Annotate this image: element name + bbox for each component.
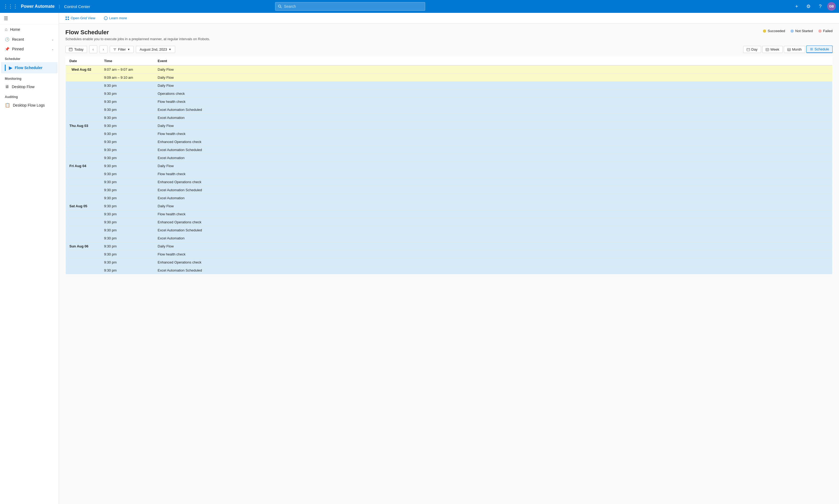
table-row[interactable]: 9:30 pmFlow health check — [66, 210, 833, 218]
event-cell: Daily Flow — [154, 122, 833, 130]
time-cell: 9:30 pm — [101, 194, 154, 202]
date-cell — [66, 267, 101, 274]
nav-actions: + ⚙ ? GB — [792, 2, 836, 11]
event-cell: Daily Flow — [154, 74, 833, 82]
auditing-section-label: Auditing — [0, 92, 59, 100]
prev-button[interactable]: ‹ — [89, 45, 97, 53]
calendar-view-buttons: Day Week Month Schedule — [743, 46, 833, 53]
date-chevron-down-icon: ▼ — [168, 48, 171, 51]
svg-rect-15 — [747, 48, 750, 51]
table-row[interactable]: Thu Aug 039:30 pmDaily Flow — [66, 122, 833, 130]
sidebar-item-desktop-flow[interactable]: 🖥 Desktop Flow — [1, 82, 58, 92]
date-cell — [66, 98, 101, 106]
today-button[interactable]: Today — [65, 46, 87, 53]
date-cell — [66, 210, 101, 218]
table-row[interactable]: 9:30 pmExcel Automation Scheduled — [66, 146, 833, 154]
svg-text:i: i — [106, 17, 106, 20]
succeeded-dot — [763, 30, 766, 33]
recent-icon: 🕐 — [5, 37, 10, 41]
time-cell: 9:30 pm — [101, 106, 154, 114]
svg-rect-2 — [66, 16, 67, 17]
date-cell — [66, 218, 101, 226]
date-cell — [66, 114, 101, 122]
app-title: Control Center — [64, 4, 90, 9]
table-row[interactable]: 9:09 am – 9:10 amDaily Flow — [66, 74, 833, 82]
filter-button[interactable]: Filter ▼ — [110, 46, 134, 53]
date-cell — [66, 186, 101, 194]
time-cell: 9:30 pm — [101, 162, 154, 170]
table-row[interactable]: 9:30 pmEnhanced Operations check — [66, 258, 833, 267]
table-row[interactable]: 9:30 pmEnhanced Operations check — [66, 218, 833, 226]
sidebar-item-home[interactable]: ⌂ Home — [1, 25, 58, 34]
monitoring-section-label: Monitoring — [0, 74, 59, 82]
date-cell: Wed Aug 02 — [66, 65, 101, 74]
table-row[interactable]: 9:30 pmExcel Automation — [66, 194, 833, 202]
table-row[interactable]: 9:30 pmOperations check — [66, 90, 833, 98]
table-row[interactable]: 9:30 pmExcel Automation Scheduled — [66, 186, 833, 194]
grid-icon[interactable]: ⋮⋮⋮ — [3, 3, 18, 10]
help-button[interactable]: ? — [816, 2, 825, 11]
search-input[interactable] — [284, 4, 422, 8]
table-row[interactable]: 9:30 pmExcel Automation Scheduled — [66, 267, 833, 274]
table-row[interactable]: Wed Aug 029:07 am – 9:07 amDaily Flow — [66, 65, 833, 74]
table-row[interactable]: 9:30 pmEnhanced Operations check — [66, 138, 833, 146]
scheduler-section-label: Scheduler — [0, 54, 59, 62]
sidebar-item-recent[interactable]: 🕐 Recent ⌄ — [1, 35, 58, 44]
date-cell — [66, 146, 101, 154]
schedule-view-button[interactable]: Schedule — [806, 46, 833, 53]
table-row[interactable]: 9:30 pmExcel Automation Scheduled — [66, 106, 833, 114]
table-row[interactable]: 9:30 pmExcel Automation — [66, 114, 833, 122]
desktop-flow-icon: 🖥 — [5, 84, 9, 89]
table-row[interactable]: Sat Aug 059:30 pmDaily Flow — [66, 202, 833, 210]
time-cell: 9:30 pm — [101, 210, 154, 218]
week-view-icon — [766, 48, 769, 51]
time-cell: 9:30 pm — [101, 98, 154, 106]
table-row[interactable]: 9:30 pmDaily Flow — [66, 82, 833, 90]
add-button[interactable]: + — [792, 2, 802, 11]
table-row[interactable]: Fri Aug 049:30 pmDaily Flow — [66, 162, 833, 170]
table-row[interactable]: 9:30 pmFlow health check — [66, 170, 833, 178]
date-selector-button[interactable]: August 2nd, 2023 ▼ — [136, 46, 176, 53]
time-cell: 9:09 am – 9:10 am — [101, 74, 154, 82]
next-button[interactable]: › — [100, 45, 107, 53]
table-row[interactable]: 9:30 pmFlow health check — [66, 250, 833, 258]
time-cell: 9:30 pm — [101, 82, 154, 90]
table-row[interactable]: 9:30 pmExcel Automation — [66, 234, 833, 242]
settings-button[interactable]: ⚙ — [804, 2, 813, 11]
time-cell: 9:30 pm — [101, 170, 154, 178]
time-cell: 9:30 pm — [101, 186, 154, 194]
info-icon: i — [104, 16, 108, 20]
pin-icon: 📌 — [5, 47, 10, 51]
date-cell — [66, 106, 101, 114]
day-view-button[interactable]: Day — [743, 46, 761, 53]
event-cell: Flow health check — [154, 130, 833, 138]
sidebar-item-flow-scheduler[interactable]: ▶ Flow Scheduler — [1, 62, 58, 73]
brand-name: Power Automate — [21, 4, 55, 9]
date-cell — [66, 258, 101, 267]
sidebar-collapse-button[interactable]: ☰ — [0, 13, 59, 24]
svg-rect-4 — [66, 18, 67, 20]
search-bar[interactable] — [275, 2, 425, 11]
table-row[interactable]: Sun Aug 069:30 pmDaily Flow — [66, 242, 833, 250]
not-started-dot — [790, 30, 794, 33]
sidebar-item-pinned[interactable]: 📌 Pinned ⌄ — [1, 44, 58, 54]
main-layout: ☰ ⌂ Home 🕐 Recent ⌄ 📌 Pinned ⌄ Scheduler… — [0, 13, 839, 504]
time-cell: 9:30 pm — [101, 138, 154, 146]
time-cell: 9:30 pm — [101, 146, 154, 154]
table-row[interactable]: 9:30 pmExcel Automation Scheduled — [66, 226, 833, 234]
table-row[interactable]: 9:30 pmEnhanced Operations check — [66, 178, 833, 186]
open-grid-view-button[interactable]: Open Grid View — [63, 15, 97, 21]
month-view-button[interactable]: Month — [784, 46, 805, 53]
table-row[interactable]: 9:30 pmExcel Automation — [66, 154, 833, 162]
avatar[interactable]: GB — [827, 2, 836, 11]
table-row[interactable]: 9:30 pmFlow health check — [66, 98, 833, 106]
week-view-button[interactable]: Week — [762, 46, 783, 53]
event-cell: Enhanced Operations check — [154, 258, 833, 267]
sidebar-item-desktop-flow-logs[interactable]: 📋 Desktop Flow Logs — [1, 100, 58, 110]
table-row[interactable]: 9:30 pmFlow health check — [66, 130, 833, 138]
time-column-header: Time — [101, 57, 154, 66]
learn-more-button[interactable]: i Learn more — [102, 15, 129, 21]
date-cell — [66, 170, 101, 178]
legend-failed: Failed — [818, 29, 833, 33]
event-cell: Enhanced Operations check — [154, 218, 833, 226]
